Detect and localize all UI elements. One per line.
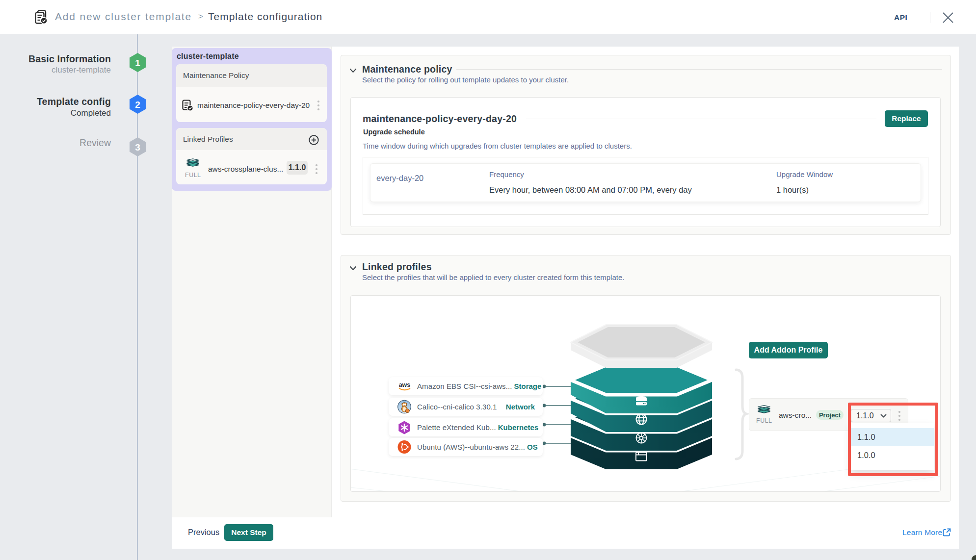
svg-text:aws: aws	[398, 381, 410, 388]
svg-text:2: 2	[135, 100, 140, 110]
svg-text:3: 3	[135, 142, 140, 153]
svg-text:1: 1	[135, 58, 140, 68]
